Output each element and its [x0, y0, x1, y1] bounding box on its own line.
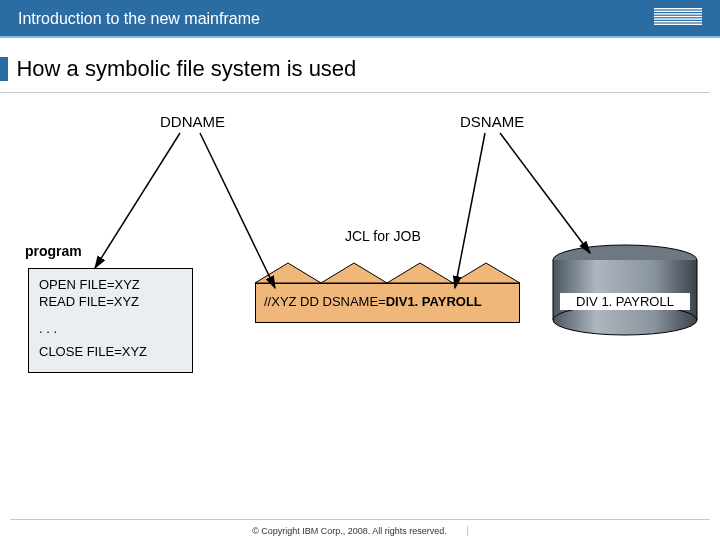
title-accent — [0, 57, 8, 81]
storage-cylinder-icon — [550, 243, 700, 338]
svg-rect-1 — [654, 11, 702, 12]
ddname-label: DDNAME — [160, 113, 225, 130]
slide-footer: © Copyright IBM Corp., 2008. All rights … — [10, 519, 710, 536]
jcl-prefix: //XYZ DD DSNAME= — [264, 294, 386, 309]
svg-rect-3 — [654, 16, 702, 17]
program-line: CLOSE FILE=XYZ — [39, 344, 182, 361]
cylinder-label: DIV 1. PAYROLL — [560, 293, 690, 310]
svg-rect-5 — [654, 21, 702, 22]
jcl-box: //XYZ DD DSNAME=DIV1. PAYROLL — [255, 283, 520, 323]
dsname-label: DSNAME — [460, 113, 524, 130]
svg-rect-4 — [654, 18, 702, 19]
title-area: How a symbolic file system is used — [0, 38, 710, 93]
copyright: © Copyright IBM Corp., 2008. All rights … — [252, 526, 468, 536]
svg-rect-0 — [654, 8, 702, 9]
svg-marker-7 — [255, 263, 520, 283]
jcl-label: JCL for JOB — [345, 228, 421, 244]
svg-line-14 — [500, 133, 590, 253]
program-line: OPEN FILE=XYZ — [39, 277, 182, 294]
diagram: DDNAME DSNAME program JCL for JOB OPEN F… — [0, 93, 720, 463]
course-title: Introduction to the new mainframe — [18, 10, 260, 28]
program-label: program — [25, 243, 82, 259]
svg-rect-6 — [654, 24, 702, 25]
slide-title: How a symbolic file system is used — [16, 56, 356, 82]
program-line: . . . — [39, 321, 182, 338]
jcl-fold — [255, 253, 520, 283]
slide-header: Introduction to the new mainframe — [0, 0, 720, 38]
svg-rect-2 — [654, 13, 702, 14]
jcl-dsname: DIV1. PAYROLL — [386, 294, 482, 309]
program-line: READ FILE=XYZ — [39, 294, 182, 311]
program-box: OPEN FILE=XYZ READ FILE=XYZ . . . CLOSE … — [28, 268, 193, 373]
svg-line-11 — [95, 133, 180, 268]
ibm-logo-icon — [654, 8, 702, 30]
